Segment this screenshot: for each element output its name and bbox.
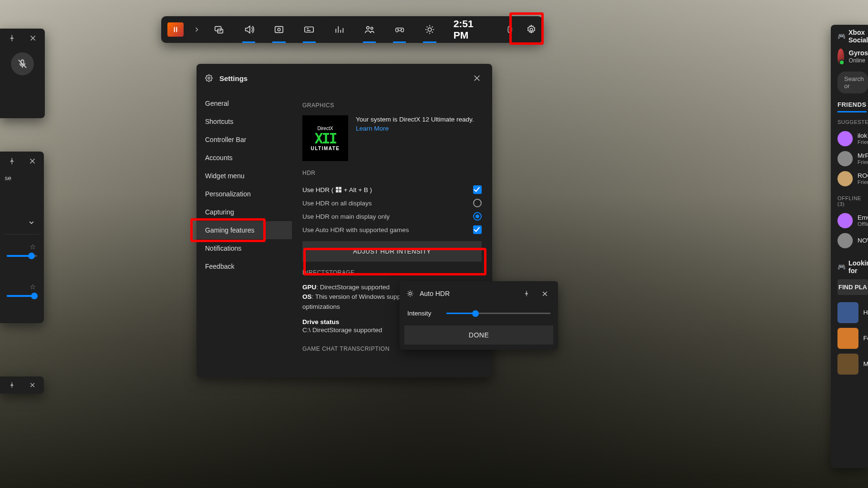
game-row[interactable]: Fo — [837, 325, 868, 351]
tab-friends[interactable]: FRIENDS — [837, 101, 867, 112]
mini-widget — [0, 376, 44, 394]
svg-rect-14 — [336, 187, 338, 189]
nav-notifications[interactable]: Notifications — [196, 239, 292, 257]
auto-hdr-label: Use Auto HDR with supported games — [302, 226, 409, 234]
overlay-button[interactable] — [294, 16, 324, 43]
settings-nav: GeneralShortcutsController BarAccountsWi… — [196, 92, 292, 377]
svg-point-18 — [409, 292, 411, 295]
avatar — [837, 171, 853, 186]
hdr-popup-title: Auto HDR — [420, 290, 450, 297]
nav-gaming-features[interactable]: Gaming features — [196, 221, 292, 239]
close-icon[interactable] — [24, 152, 40, 170]
friend-row[interactable]: ROGFriend — [837, 169, 868, 189]
capture-button[interactable] — [264, 16, 294, 43]
volume-slider-1[interactable] — [7, 255, 37, 257]
game-bar: 2:51 PM — [161, 16, 543, 43]
chevron-down-icon[interactable] — [23, 214, 40, 231]
nav-controller-bar[interactable]: Controller Bar — [196, 131, 292, 149]
volume-slider-2[interactable] — [7, 295, 37, 297]
game-row[interactable]: Ha — [837, 300, 868, 325]
hdr-all-label: Use HDR on all displays — [302, 200, 372, 207]
hdr-main-radio[interactable] — [473, 212, 482, 221]
nav-capturing[interactable]: Capturing — [196, 203, 292, 221]
hdr-heading: HDR — [302, 170, 482, 176]
hdr-all-radio[interactable] — [473, 199, 482, 207]
social-header: Xbox Social — [848, 29, 868, 44]
use-hdr-checkbox[interactable] — [473, 185, 482, 194]
me-name: Gyros — [849, 50, 868, 57]
controller-icon: 🎮 — [837, 32, 846, 40]
svg-point-4 — [278, 28, 280, 31]
search-input[interactable]: Search or — [837, 71, 868, 93]
game-name: Fo — [863, 335, 868, 342]
friend-sub: Friend — [858, 159, 868, 165]
game-tile — [837, 302, 858, 323]
nav-shortcuts[interactable]: Shortcuts — [196, 112, 292, 131]
chevron-right-icon[interactable] — [189, 27, 204, 32]
hdr-main-label: Use HDR on main display only — [302, 213, 390, 220]
friend-sub: Offline — [858, 221, 868, 227]
pin-icon[interactable] — [518, 285, 535, 302]
game-row[interactable]: Mi — [837, 351, 868, 377]
svg-rect-15 — [339, 187, 341, 189]
sun-icon — [404, 288, 416, 299]
mouse-icon — [499, 16, 520, 43]
star-icon[interactable]: ☆ — [28, 283, 37, 291]
done-button[interactable]: DONE — [404, 325, 553, 345]
close-icon[interactable] — [468, 70, 486, 87]
nav-personalization[interactable]: Personalization — [196, 185, 292, 203]
svg-point-9 — [401, 29, 402, 30]
close-icon[interactable] — [24, 376, 40, 394]
auto-hdr-popup: Auto HDR Intensity DONE — [400, 281, 558, 350]
friend-row[interactable]: ilokFriend — [837, 129, 868, 149]
avatar — [837, 233, 853, 248]
friend-name: MrP — [858, 152, 868, 160]
suggested-heading: SUGGESTED — [837, 119, 868, 125]
performance-button[interactable] — [324, 16, 354, 43]
xbox-button[interactable] — [384, 16, 414, 43]
avatar — [837, 131, 853, 146]
directstorage-heading: DIRECTSTORAGE — [302, 269, 482, 276]
directx-badge: DirectX XII ULTIMATE — [302, 115, 348, 161]
audio-button[interactable] — [234, 16, 264, 43]
app-tile[interactable] — [161, 22, 189, 37]
me-status: Online — [849, 57, 868, 64]
friend-row[interactable]: EmCeOffline — [837, 211, 868, 231]
nav-accounts[interactable]: Accounts — [196, 149, 292, 167]
adjust-hdr-button[interactable]: ADJUST HDR INTENSITY — [302, 241, 482, 262]
brightness-button[interactable] — [414, 16, 444, 43]
nav-general[interactable]: General — [196, 94, 292, 112]
settings-button[interactable] — [520, 16, 543, 43]
clock: 2:51 PM — [445, 18, 499, 41]
mic-widget — [0, 29, 45, 118]
nav-widget-menu[interactable]: Widget menu — [196, 167, 292, 185]
nav-feedback[interactable]: Feedback — [196, 257, 292, 275]
find-players-button[interactable]: FIND PLA — [837, 279, 868, 295]
svg-rect-17 — [339, 190, 341, 192]
settings-title: Settings — [219, 74, 248, 82]
social-button[interactable] — [354, 16, 384, 43]
close-icon[interactable] — [536, 285, 553, 302]
mic-mute-button[interactable] — [11, 52, 34, 75]
widgets-button[interactable] — [204, 16, 234, 43]
svg-point-6 — [366, 27, 369, 30]
game-tile — [837, 328, 858, 349]
avatar — [837, 151, 853, 166]
friend-row[interactable]: NOW — [837, 231, 868, 251]
svg-rect-3 — [275, 27, 283, 33]
pin-icon[interactable] — [4, 376, 20, 394]
avatar[interactable] — [837, 49, 844, 65]
learn-more-link[interactable]: Learn More — [356, 125, 389, 132]
auto-hdr-checkbox[interactable] — [473, 225, 482, 234]
pin-icon[interactable] — [4, 152, 20, 170]
intensity-slider[interactable] — [446, 313, 550, 314]
svg-point-13 — [208, 77, 210, 79]
friend-name: ilok — [858, 132, 868, 140]
intensity-label: Intensity — [407, 310, 440, 317]
close-icon[interactable] — [25, 30, 41, 47]
friend-row[interactable]: MrPFriend — [837, 149, 868, 169]
xbox-social-panel: 🎮Xbox Social GyrosOnline Search or FRIEN… — [831, 25, 868, 468]
pin-icon[interactable] — [4, 30, 20, 47]
friend-sub: Friend — [858, 179, 868, 185]
star-icon[interactable]: ☆ — [28, 243, 37, 251]
